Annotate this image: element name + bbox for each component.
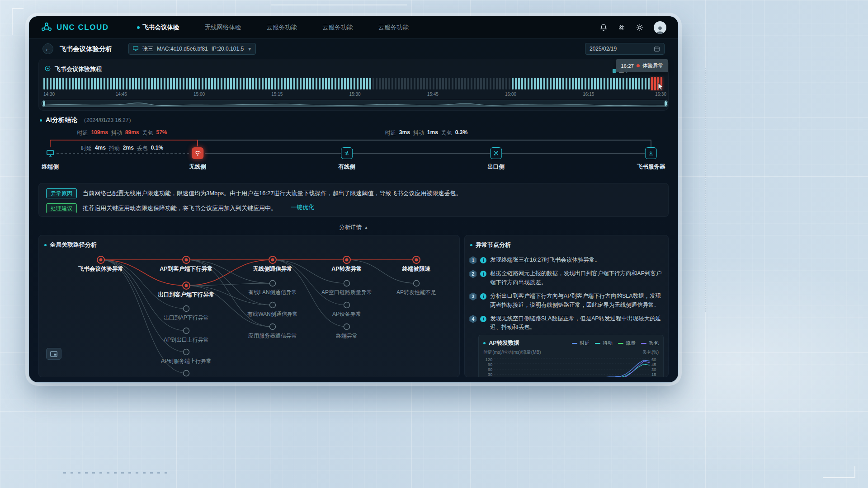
journey-bar-normal[interactable]: [100, 78, 102, 89]
journey-bar-normal[interactable]: [648, 78, 650, 89]
journey-bar-normal[interactable]: [202, 78, 203, 89]
journey-bar-normal[interactable]: [195, 78, 197, 89]
journey-bar-normal[interactable]: [113, 78, 115, 89]
journey-bar-normal[interactable]: [616, 78, 618, 89]
journey-bar-normal[interactable]: [566, 78, 567, 89]
journey-bar-normal[interactable]: [119, 78, 121, 89]
journey-bar-normal[interactable]: [186, 78, 188, 89]
journey-bar-idle[interactable]: [395, 78, 396, 89]
journey-bar-normal[interactable]: [170, 78, 172, 89]
journey-bar-normal[interactable]: [322, 78, 324, 89]
journey-bar-normal[interactable]: [635, 78, 637, 89]
journey-bar-normal[interactable]: [553, 78, 555, 89]
journey-bar-normal[interactable]: [512, 78, 514, 89]
journey-bar-idle[interactable]: [480, 78, 482, 89]
journey-bar-normal[interactable]: [211, 78, 213, 89]
journey-bar-normal[interactable]: [236, 78, 238, 89]
journey-bar-normal[interactable]: [354, 78, 355, 89]
journey-bar-normal[interactable]: [233, 78, 235, 89]
client-selector-dropdown[interactable]: 张三 MAC:4c10.d5e6.bf81 IP:20.0.101.5 ▼: [128, 43, 256, 55]
journey-bar-normal[interactable]: [59, 78, 61, 89]
journey-bar-normal[interactable]: [50, 78, 52, 89]
journey-bar-normal[interactable]: [81, 78, 83, 89]
journey-bar-normal[interactable]: [559, 78, 561, 89]
journey-bar-normal[interactable]: [547, 78, 548, 89]
journey-bar-normal[interactable]: [66, 78, 67, 89]
journey-bar-normal[interactable]: [585, 78, 586, 89]
nav-item-wireless-experience[interactable]: 无线网络体验: [205, 23, 241, 32]
journey-bar-normal[interactable]: [173, 78, 175, 89]
journey-bar-normal[interactable]: [338, 78, 340, 89]
journey-bar-normal[interactable]: [550, 78, 552, 89]
journey-bar-normal[interactable]: [88, 78, 90, 89]
journey-bar-normal[interactable]: [604, 78, 605, 89]
graph-node-normal[interactable]: [344, 302, 350, 308]
graph-node-normal[interactable]: [184, 371, 189, 376]
journey-bar-idle[interactable]: [455, 78, 457, 89]
journey-bar-normal[interactable]: [205, 78, 207, 89]
journey-bar-normal[interactable]: [43, 78, 45, 89]
graph-node-normal[interactable]: [270, 302, 276, 308]
journey-bar-normal[interactable]: [531, 78, 533, 89]
journey-bar-normal[interactable]: [300, 78, 302, 89]
journey-bar-normal[interactable]: [281, 78, 283, 89]
journey-bar-idle[interactable]: [401, 78, 403, 89]
slider-handle-left[interactable]: [43, 101, 45, 106]
journey-bar-idle[interactable]: [458, 78, 460, 89]
journey-bar-idle[interactable]: [439, 78, 441, 89]
details-toggle[interactable]: 分析详情 ▲: [29, 224, 678, 230]
journey-bar-normal[interactable]: [116, 78, 118, 89]
chart-legend-item[interactable]: 流量: [618, 340, 636, 347]
journey-bar-normal[interactable]: [363, 78, 365, 89]
journey-bar-normal[interactable]: [110, 78, 112, 89]
nav-item-cloud-service-1[interactable]: 云服务功能: [267, 23, 297, 32]
journey-bar-normal[interactable]: [167, 78, 169, 89]
settings-gear-icon[interactable]: [618, 23, 626, 32]
journey-bar-normal[interactable]: [255, 78, 257, 89]
journey-bar-error[interactable]: [654, 77, 656, 90]
nav-item-cloud-service-3[interactable]: 云服务功能: [378, 23, 409, 32]
graph-node-normal[interactable]: [344, 324, 350, 330]
journey-bar-normal[interactable]: [341, 78, 343, 89]
journey-bar-normal[interactable]: [183, 78, 184, 89]
journey-bar-normal[interactable]: [588, 78, 590, 89]
journey-bar-normal[interactable]: [537, 78, 539, 89]
journey-bar-normal[interactable]: [360, 78, 362, 89]
journey-bar-normal[interactable]: [638, 78, 640, 89]
journey-bar-normal[interactable]: [62, 78, 64, 89]
journey-bar-idle[interactable]: [426, 78, 428, 89]
journey-bar-idle[interactable]: [388, 78, 390, 89]
journey-bar-normal[interactable]: [56, 78, 58, 89]
journey-bar-normal[interactable]: [303, 78, 305, 89]
journey-bar-normal[interactable]: [619, 78, 621, 89]
journey-bar-normal[interactable]: [53, 78, 55, 89]
journey-bar-normal[interactable]: [47, 78, 48, 89]
journey-bar-idle[interactable]: [486, 78, 488, 89]
journey-bar-normal[interactable]: [217, 78, 219, 89]
journey-bar-normal[interactable]: [243, 78, 245, 89]
journey-bar-normal[interactable]: [357, 78, 359, 89]
journey-bar-normal[interactable]: [94, 78, 96, 89]
journey-bar-idle[interactable]: [385, 78, 387, 89]
chart-legend-item[interactable]: 抖动: [595, 340, 613, 347]
journey-bar-normal[interactable]: [192, 78, 194, 89]
journey-bar-normal[interactable]: [331, 78, 333, 89]
journey-bar-normal[interactable]: [179, 78, 181, 89]
journey-bar-normal[interactable]: [284, 78, 286, 89]
timeline-range-slider[interactable]: [42, 100, 668, 107]
journey-bar-idle[interactable]: [417, 78, 419, 89]
journey-bar-normal[interactable]: [132, 78, 134, 89]
journey-bar-normal[interactable]: [85, 78, 86, 89]
journey-bar-idle[interactable]: [477, 78, 479, 89]
journey-bar-normal[interactable]: [69, 78, 71, 89]
journey-bar-normal[interactable]: [75, 78, 77, 89]
journey-bar-normal[interactable]: [607, 78, 609, 89]
journey-bar-normal[interactable]: [572, 78, 574, 89]
journey-bar-normal[interactable]: [524, 78, 526, 89]
journey-bar-normal[interactable]: [578, 78, 580, 89]
journey-bar-normal[interactable]: [135, 78, 137, 89]
journey-bar-normal[interactable]: [626, 78, 627, 89]
journey-bar-idle[interactable]: [499, 78, 501, 89]
journey-bar-normal[interactable]: [575, 78, 577, 89]
graph-overview-button[interactable]: [46, 348, 61, 360]
